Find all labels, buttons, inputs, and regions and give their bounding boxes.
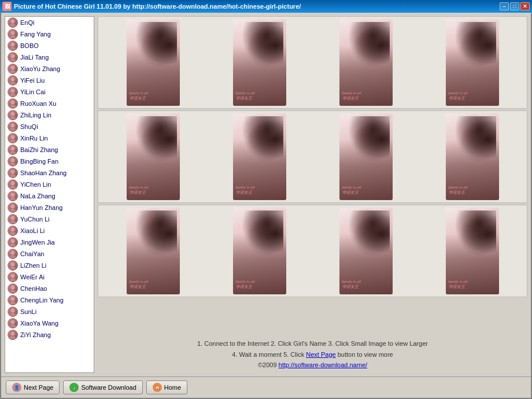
maximize-button[interactable]: □ <box>510 2 519 10</box>
grid-cell-3-4[interactable] <box>420 208 524 294</box>
svg-point-23 <box>10 151 16 154</box>
sidebar-avatar <box>8 237 18 247</box>
grid-cell-3-2[interactable] <box>207 208 312 294</box>
sidebar-avatar <box>8 179 18 190</box>
sidebar-item-12[interactable]: BingBing Fan <box>5 156 94 167</box>
sidebar-item-15[interactable]: NaLa Zhang <box>5 190 94 202</box>
window-title: Picture of Hot Chinese Girl 11.01.09 by … <box>14 3 500 10</box>
website-link[interactable]: http://software-download.name/ <box>279 361 367 368</box>
photo-thumb[interactable] <box>446 208 499 294</box>
sidebar-item-2[interactable]: BOBO <box>5 40 94 51</box>
svg-point-14 <box>11 101 15 105</box>
photo-thumb[interactable] <box>446 19 499 106</box>
photo-thumb[interactable] <box>233 208 286 294</box>
sidebar-avatar <box>8 75 18 86</box>
software-download-button[interactable]: ↓ Software Download <box>63 380 142 394</box>
svg-point-22 <box>11 147 15 151</box>
grid-cell-2-3[interactable] <box>313 113 418 200</box>
sidebar-item-8[interactable]: ZhiLing Lin <box>5 109 94 121</box>
sidebar-item-label: RuoXuan Xu <box>20 100 56 107</box>
sidebar-item-7[interactable]: RuoXuan Xu <box>5 98 94 109</box>
svg-point-19 <box>10 128 16 131</box>
instruction-line-2-pre: 4. Wait a moment 5. Click <box>232 351 306 358</box>
sidebar-item-13[interactable]: ShaoHan Zhang <box>5 167 94 179</box>
sidebar-item-27[interactable]: ZiYi Zhang <box>5 329 94 341</box>
sidebar-avatar <box>8 52 18 62</box>
grid-row-3 <box>98 205 527 297</box>
next-page-button[interactable]: 👤 Next Page <box>6 380 60 394</box>
sidebar-item-5[interactable]: YiFei Liu <box>5 75 94 86</box>
sidebar-item-0[interactable]: EnQi <box>5 17 94 28</box>
photo-thumb[interactable] <box>233 113 286 200</box>
sidebar-item-24[interactable]: ChengLin Yang <box>5 294 94 306</box>
svg-point-25 <box>10 162 16 165</box>
photo-thumb[interactable] <box>127 113 180 200</box>
svg-point-15 <box>10 105 16 108</box>
photo-thumb[interactable] <box>339 19 393 106</box>
grid-cell-3-1[interactable] <box>101 208 205 294</box>
sidebar-item-3[interactable]: JiaLi Tang <box>5 51 94 63</box>
svg-point-41 <box>10 255 16 258</box>
sidebar-item-6[interactable]: YiLin Cai <box>5 86 94 98</box>
sidebar-item-label: ShuQi <box>20 123 38 130</box>
sidebar-item-17[interactable]: YuChun Li <box>5 213 94 225</box>
image-grid-container: 1. Connect to the Internet 2. Click Girl… <box>98 16 527 373</box>
grid-cell-2-1[interactable] <box>101 113 205 200</box>
sidebar-item-23[interactable]: ChenHao <box>5 283 94 294</box>
photo-thumb[interactable] <box>127 19 180 106</box>
grid-cell-2-2[interactable] <box>207 113 312 200</box>
sidebar-avatar <box>8 29 18 39</box>
svg-point-53 <box>10 324 16 327</box>
sidebar-item-label: JingWen Jia <box>20 239 55 246</box>
next-page-icon: 👤 <box>12 383 21 392</box>
grid-cell-1-2[interactable] <box>207 19 312 106</box>
home-button[interactable]: 🏠 Home <box>146 380 187 394</box>
sidebar-avatar <box>8 98 18 109</box>
sidebar-item-9[interactable]: ShuQi <box>5 121 94 132</box>
sidebar-avatar <box>8 249 18 259</box>
svg-point-20 <box>11 135 15 139</box>
main-window: EnQi Fang Yang BOBO JiaLi Tang XiaoYu Zh… <box>0 13 532 399</box>
sidebar-avatar <box>8 318 18 328</box>
sidebar-item-18[interactable]: XiaoLi Li <box>5 225 94 237</box>
svg-point-46 <box>11 286 15 290</box>
svg-point-4 <box>11 43 15 47</box>
svg-point-29 <box>10 186 16 189</box>
photo-thumb[interactable] <box>339 113 393 200</box>
grid-cell-3-3[interactable] <box>313 208 418 294</box>
sidebar-item-10[interactable]: XinRu Lin <box>5 132 94 144</box>
sidebar-item-label: SunLi <box>20 308 36 315</box>
sidebar-avatar <box>8 17 18 28</box>
sidebar-item-20[interactable]: ChaiYan <box>5 248 94 260</box>
svg-point-45 <box>10 278 16 281</box>
sidebar-item-label: YiLin Cai <box>20 88 46 95</box>
sidebar-item-22[interactable]: WeiEr Ai <box>5 271 94 283</box>
sidebar-item-21[interactable]: LiZhen Li <box>5 260 94 271</box>
sidebar-item-19[interactable]: JingWen Jia <box>5 237 94 248</box>
instruction-line-2: 4. Wait a moment 5. Click Next Page butt… <box>98 349 527 360</box>
software-download-label: Software Download <box>81 384 136 391</box>
photo-thumb[interactable] <box>446 113 499 200</box>
sidebar-item-14[interactable]: YiChen Lin <box>5 179 94 190</box>
sidebar-item-label: ShaoHan Zhang <box>20 169 66 176</box>
sidebar-item-label: YiChen Lin <box>20 181 51 188</box>
grid-cell-1-1[interactable] <box>101 19 205 106</box>
photo-thumb[interactable] <box>233 19 286 106</box>
grid-cell-1-4[interactable] <box>420 19 524 106</box>
grid-cell-2-4[interactable] <box>420 113 524 200</box>
sidebar-item-16[interactable]: HanYun Zhang <box>5 202 94 213</box>
photo-thumb[interactable] <box>339 208 393 294</box>
sidebar-avatar <box>8 330 18 340</box>
sidebar-item-26[interactable]: XiaoYa Wang <box>5 317 94 329</box>
sidebar-item-4[interactable]: XiaoYu Zhang <box>5 63 94 75</box>
next-page-link[interactable]: Next Page <box>306 351 335 358</box>
svg-point-50 <box>11 309 15 313</box>
close-button[interactable]: ✕ <box>520 2 530 10</box>
sidebar-item-11[interactable]: BaiZhi Zhang <box>5 144 94 156</box>
minimize-button[interactable]: – <box>500 2 509 10</box>
grid-cell-1-3[interactable] <box>313 19 418 106</box>
sidebar-item-1[interactable]: Fang Yang <box>5 28 94 40</box>
sidebar-item-25[interactable]: SunLi <box>5 306 94 317</box>
photo-thumb[interactable] <box>127 208 180 294</box>
sidebar-avatar <box>8 295 18 305</box>
